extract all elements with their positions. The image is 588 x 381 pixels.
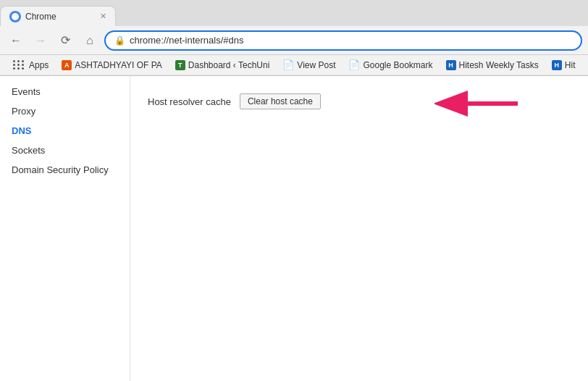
page-icon: 📄 bbox=[282, 59, 294, 70]
clear-host-cache-button[interactable]: Clear host cache bbox=[240, 93, 321, 109]
reload-button[interactable]: ⟳ bbox=[55, 30, 75, 51]
bookmark-ashtadhyayi[interactable]: A ASHTADHYAYI OF PA bbox=[56, 59, 167, 72]
tab-bar: Chrome ✕ bbox=[0, 0, 588, 26]
page-content: Events Proxy DNS Sockets Domain Security… bbox=[0, 76, 588, 381]
address-input[interactable] bbox=[130, 35, 572, 46]
apps-grid-icon bbox=[12, 59, 26, 71]
bookmark-icon: T bbox=[175, 60, 185, 70]
bookmark-icon: A bbox=[62, 60, 72, 70]
bookmark-hitesh-weekly[interactable]: H Hitesh Weekly Tasks bbox=[440, 59, 545, 72]
bookmark-label: Hitesh Weekly Tasks bbox=[459, 60, 539, 70]
sidebar-item-proxy[interactable]: Proxy bbox=[0, 101, 130, 121]
bookmark-label: ASHTADHYAYI OF PA bbox=[75, 60, 161, 70]
bookmarks-bar: Apps A ASHTADHYAYI OF PA T Dashboard ‹ T… bbox=[0, 55, 588, 75]
sidebar-item-domain-security-policy[interactable]: Domain Security Policy bbox=[0, 160, 130, 180]
sidebar-item-events[interactable]: Events bbox=[0, 82, 130, 101]
home-button[interactable]: ⌂ bbox=[80, 30, 100, 51]
bookmark-label: Dashboard ‹ TechUni bbox=[188, 60, 270, 70]
bookmark-apps[interactable]: Apps bbox=[6, 57, 54, 72]
lock-icon: 🔒 bbox=[114, 35, 125, 46]
browser-chrome: Chrome ✕ ← → ⟳ ⌂ 🔒 Apps A ASHTADHYAYI OF… bbox=[0, 0, 588, 76]
address-bar[interactable]: 🔒 bbox=[104, 30, 582, 51]
toolbar: ← → ⟳ ⌂ 🔒 bbox=[0, 26, 588, 55]
bookmark-google[interactable]: 📄 Google Bookmark bbox=[343, 58, 438, 72]
bookmark-icon: H bbox=[552, 60, 562, 70]
apps-label: Apps bbox=[29, 60, 49, 70]
main-content: Host resolver cache Clear host cache bbox=[130, 76, 588, 381]
page-icon: 📄 bbox=[348, 59, 360, 70]
tab-title: Chrome bbox=[25, 12, 96, 22]
tab-favicon bbox=[9, 11, 21, 22]
forward-button[interactable]: → bbox=[30, 30, 51, 51]
bookmark-label: View Post bbox=[297, 60, 335, 70]
back-button[interactable]: ← bbox=[6, 30, 26, 51]
sidebar-item-dns[interactable]: DNS bbox=[0, 121, 130, 141]
sidebar-item-sockets[interactable]: Sockets bbox=[0, 141, 130, 160]
host-resolver-label: Host resolver cache bbox=[148, 96, 231, 107]
bookmark-label: Hit bbox=[565, 60, 576, 70]
bookmark-hit[interactable]: H Hit bbox=[546, 59, 581, 72]
bookmark-dashboard[interactable]: T Dashboard ‹ TechUni bbox=[169, 59, 276, 72]
arrow-svg bbox=[434, 89, 521, 118]
tab-close-button[interactable]: ✕ bbox=[100, 12, 106, 21]
bookmark-label: Google Bookmark bbox=[363, 60, 432, 70]
arrow-annotation bbox=[434, 89, 521, 120]
sidebar: Events Proxy DNS Sockets Domain Security… bbox=[0, 76, 130, 381]
browser-tab[interactable]: Chrome ✕ bbox=[0, 6, 116, 26]
bookmark-icon: H bbox=[446, 60, 456, 70]
bookmark-view-post[interactable]: 📄 View Post bbox=[277, 58, 341, 72]
